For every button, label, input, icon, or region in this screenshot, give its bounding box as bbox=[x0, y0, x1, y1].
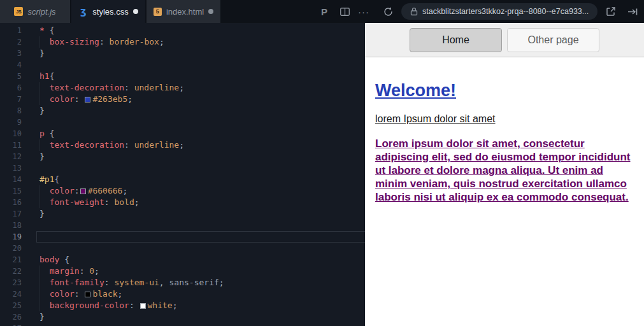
token-prop: color bbox=[50, 94, 75, 104]
token-p: { bbox=[54, 174, 59, 184]
open-in-side-panel-glyph bbox=[627, 7, 638, 17]
token-val: #263eb5 bbox=[92, 94, 127, 104]
code-line: 14#p1{ bbox=[0, 174, 365, 185]
tab-filename: styles.css bbox=[92, 7, 128, 17]
code-text: body { bbox=[39, 254, 69, 266]
token-p: : bbox=[99, 37, 110, 46]
code-line: 15 color:#660666; bbox=[0, 185, 365, 197]
code-line: 4 bbox=[0, 59, 365, 71]
color-swatch[interactable] bbox=[85, 292, 90, 297]
token-val: border-box bbox=[110, 37, 159, 46]
code-text: box-sizing: border-box; bbox=[39, 36, 164, 48]
more-options-icon[interactable]: ··· bbox=[355, 0, 372, 23]
line-number: 16 bbox=[0, 197, 22, 208]
token-p: { bbox=[59, 255, 69, 264]
code-text: } bbox=[39, 151, 45, 162]
code-line: 25 background-color: white; bbox=[0, 300, 365, 311]
token-p: } bbox=[39, 106, 45, 115]
line-number: 13 bbox=[0, 162, 22, 174]
line-number: 5 bbox=[0, 71, 22, 82]
token-p: } bbox=[39, 48, 45, 58]
line-number: 26 bbox=[0, 311, 22, 323]
code-line: 27 bbox=[0, 323, 365, 326]
code-text: h1{ bbox=[39, 71, 54, 82]
token-p bbox=[39, 289, 50, 299]
url-bar[interactable]: stackblitzstarters3tkkoz-prqa--8080--e7c… bbox=[401, 3, 597, 20]
token-p bbox=[39, 278, 50, 287]
token-val: white bbox=[148, 301, 173, 310]
code-text: margin: 0; bbox=[39, 266, 99, 277]
token-sel: body bbox=[39, 255, 59, 264]
code-text: p { bbox=[39, 128, 54, 139]
line-number: 17 bbox=[0, 208, 22, 220]
code-text: text-decoration: underline; bbox=[39, 139, 184, 151]
tab-script.js[interactable]: JSscript.js bbox=[0, 0, 70, 23]
color-swatch[interactable] bbox=[85, 97, 90, 103]
modified-dot[interactable] bbox=[208, 9, 213, 14]
token-prop: box-sizing bbox=[50, 37, 99, 46]
open-external-icon[interactable] bbox=[603, 0, 619, 23]
token-prop: color bbox=[50, 289, 75, 299]
token-val: #660666 bbox=[88, 186, 123, 195]
token-p: ; bbox=[219, 278, 224, 287]
token-plain: sans-serif bbox=[169, 278, 219, 287]
open-in-side-panel-icon[interactable] bbox=[624, 0, 641, 23]
token-p: , bbox=[159, 278, 169, 287]
token-val: underline bbox=[134, 83, 179, 92]
token-p bbox=[39, 83, 50, 92]
css-file-icon: ʒ bbox=[78, 7, 88, 17]
token-p: ; bbox=[122, 186, 127, 195]
token-p: ; bbox=[94, 266, 99, 276]
code-line: 12} bbox=[0, 151, 365, 162]
code-text: } bbox=[39, 105, 45, 117]
split-view-glyph bbox=[340, 8, 350, 16]
home-button[interactable]: Home bbox=[410, 28, 502, 52]
code-line: 7 color: #263eb5; bbox=[0, 94, 365, 105]
other-page-button[interactable]: Other page bbox=[507, 28, 599, 52]
line-number: 24 bbox=[0, 288, 22, 300]
code-editor[interactable]: 1* {2 box-sizing: border-box;3}45h1{6 te… bbox=[0, 23, 365, 326]
token-p: : bbox=[75, 186, 80, 195]
color-swatch[interactable] bbox=[140, 303, 146, 309]
token-p: ; bbox=[134, 197, 140, 207]
preview-pane: Home Other page Welcome! lorem Ipsum dol… bbox=[365, 23, 644, 326]
modified-dot[interactable] bbox=[133, 9, 138, 14]
code-line: 13 bbox=[0, 162, 365, 174]
line-number: 23 bbox=[0, 277, 22, 288]
tab-styles.css[interactable]: ʒstyles.css bbox=[71, 0, 145, 23]
code-line: 10p { bbox=[0, 128, 365, 139]
line-number: 21 bbox=[0, 254, 22, 266]
token-p: } bbox=[39, 209, 45, 218]
token-p: { bbox=[45, 129, 55, 138]
token-p bbox=[39, 301, 50, 310]
token-p: ; bbox=[173, 301, 178, 310]
line-number: 10 bbox=[0, 128, 22, 139]
token-val: black bbox=[92, 289, 117, 299]
token-p bbox=[39, 94, 50, 104]
refresh-icon[interactable] bbox=[380, 0, 396, 23]
code-line: 5h1{ bbox=[0, 71, 365, 82]
js-file-icon: JS bbox=[14, 7, 23, 16]
preview-content: Welcome! lorem Ipsum dolor sit amet Lore… bbox=[365, 57, 644, 204]
prettier-icon[interactable]: P bbox=[316, 0, 333, 23]
main-split: 1* {2 box-sizing: border-box;3}45h1{6 te… bbox=[0, 23, 644, 326]
line-number: 19 bbox=[0, 231, 22, 243]
code-line: 6 text-decoration: underline; bbox=[0, 82, 365, 94]
tab-index.html[interactable]: 5index.html bbox=[147, 0, 220, 23]
code-line: 18 bbox=[0, 220, 365, 231]
code-line: 20 bbox=[0, 243, 365, 254]
token-p bbox=[39, 197, 50, 207]
split-view-icon[interactable] bbox=[336, 0, 353, 23]
code-line: 1* { bbox=[0, 25, 365, 36]
code-line: 9 bbox=[0, 117, 365, 128]
color-swatch[interactable] bbox=[80, 188, 86, 194]
code-text: font-weight: bold; bbox=[39, 197, 140, 208]
token-prop: font-weight bbox=[50, 197, 104, 207]
token-p: : bbox=[124, 83, 134, 92]
token-p: } bbox=[39, 152, 45, 161]
html-file-icon: 5 bbox=[154, 8, 162, 16]
tab-filename: index.html bbox=[166, 7, 204, 17]
code-text: background-color: white; bbox=[39, 300, 178, 311]
token-val: 0 bbox=[89, 266, 94, 276]
code-line: 17} bbox=[0, 208, 365, 220]
